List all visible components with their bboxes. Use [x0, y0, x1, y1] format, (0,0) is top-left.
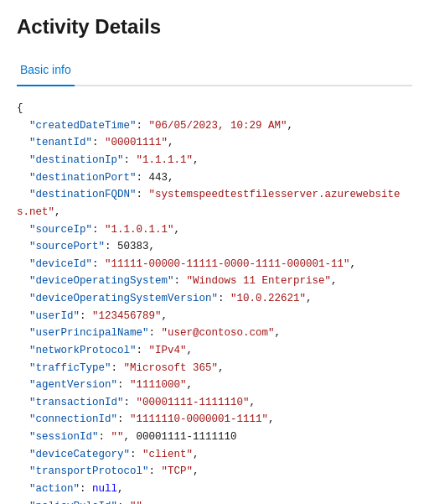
tab-bar: Basic info	[17, 56, 412, 86]
page-title: Activity Details	[17, 13, 412, 39]
activity-details-panel: Activity Details Basic info { "createdDa…	[0, 0, 429, 504]
json-content: { "createdDateTime": "06/05/2023, 10:29 …	[17, 100, 412, 504]
tab-basic-info[interactable]: Basic info	[17, 56, 75, 86]
